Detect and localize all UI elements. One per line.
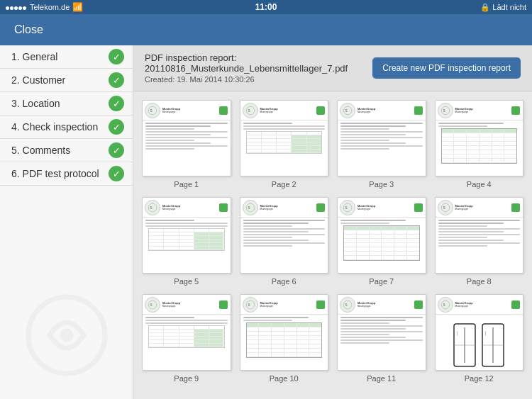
page-item[interactable]: S MusterGruppMustergruppe Page 7 [337, 197, 426, 286]
thumb-logo-text: MusterGruppMustergruppe [162, 302, 180, 308]
svg-text:S: S [248, 109, 250, 113]
svg-text:│: │ [456, 331, 458, 336]
page-item[interactable]: S MusterGruppMustergruppe Page 3 [337, 100, 426, 189]
sidebar-items: 1. General ✓ 2. Customer ✓ 3. Location ✓… [0, 45, 133, 186]
page-item[interactable]: S MusterGruppMustergruppe Page 2 [240, 100, 329, 189]
thumb-logo: S [145, 103, 160, 118]
thumb-logo-text: MusterGruppMustergruppe [162, 108, 180, 113]
thumb-logo-text: MusterGruppMustergruppe [260, 302, 278, 308]
thumb-green-icon [511, 203, 520, 212]
thumb-logo-text: MusterGruppMustergruppe [162, 205, 180, 210]
page-thumbnail[interactable]: S MusterGruppMustergruppe [142, 100, 231, 176]
svg-text:S: S [345, 303, 348, 307]
svg-text:S: S [150, 206, 153, 210]
svg-point-9 [148, 203, 157, 212]
svg-point-21 [343, 300, 352, 309]
svg-text:S: S [443, 303, 445, 307]
check-icon: ✓ [109, 166, 124, 181]
svg-point-13 [343, 203, 352, 212]
page-thumbnail[interactable]: S MusterGruppMustergruppe [240, 100, 329, 176]
page-thumbnail[interactable]: S MusterGruppMustergruppe │ │ [435, 294, 524, 371]
page-item[interactable]: S MusterGruppMustergruppe Page 9 [142, 294, 231, 383]
close-button[interactable]: Close [9, 21, 49, 39]
page-label: Page 6 [272, 277, 297, 286]
page-label: Page 10 [270, 374, 299, 383]
page-label: Page 4 [467, 180, 492, 189]
check-icon: ✓ [109, 142, 124, 158]
sidebar-item-customer[interactable]: 2. Customer ✓ [0, 69, 133, 92]
thumb-logo: S [243, 297, 258, 313]
battery-label: Lädt nicht [492, 3, 526, 11]
thumb-logo-text: MusterGruppMustergruppe [260, 108, 278, 113]
status-right: 🔒 Lädt nicht [480, 3, 526, 12]
svg-text:S: S [248, 303, 250, 307]
signal-dots [6, 3, 27, 11]
status-time: 11:00 [255, 2, 277, 12]
svg-text:│: │ [484, 331, 487, 336]
svg-point-0 [60, 328, 73, 342]
page-label: Page 12 [465, 374, 494, 383]
page-thumbnail[interactable]: S MusterGruppMustergruppe [435, 100, 524, 176]
thumb-logo-text: MusterGruppMustergruppe [260, 205, 278, 210]
thumb-green-icon [511, 106, 520, 115]
status-left: Telekom.de 📶 [6, 2, 83, 12]
page-thumbnail[interactable]: S MusterGruppMustergruppe [337, 294, 426, 371]
sidebar: 1. General ✓ 2. Customer ✓ 3. Location ✓… [0, 45, 133, 399]
svg-text:S: S [248, 206, 250, 210]
thumb-logo: S [438, 200, 453, 215]
page-item[interactable]: S MusterGruppMustergruppe Page 1 [142, 100, 231, 189]
svg-text:S: S [443, 206, 445, 210]
page-label: Page 1 [174, 180, 199, 189]
sidebar-item-label: 1. General [11, 51, 109, 62]
svg-point-23 [441, 300, 450, 309]
page-item[interactable]: S MusterGruppMustergruppe Page 11 [337, 294, 426, 383]
sidebar-item-comments[interactable]: 5. Comments ✓ [0, 139, 133, 162]
report-date: Created: 19. Mai 2014 10:30:26 [145, 75, 361, 84]
sidebar-item-pdf-test-protocol[interactable]: 6. PDF test protocol ✓ [0, 162, 133, 186]
page-thumbnail[interactable]: S MusterGruppMustergruppe [240, 294, 329, 371]
sidebar-item-general[interactable]: 1. General ✓ [0, 45, 133, 69]
page-thumbnail[interactable]: S MusterGruppMustergruppe [337, 100, 426, 176]
sidebar-item-check-inspection[interactable]: 4. Check inspection ✓ [0, 116, 133, 139]
thumb-green-icon [316, 203, 325, 212]
page-thumbnail[interactable]: S MusterGruppMustergruppe [142, 197, 231, 274]
page-item[interactable]: S MusterGruppMustergruppe Page 10 [240, 294, 329, 383]
thumb-green-icon [511, 300, 520, 309]
svg-point-3 [246, 106, 255, 115]
thumb-logo: S [340, 103, 355, 118]
svg-point-7 [441, 106, 450, 115]
header-bar: Close [0, 14, 532, 45]
sidebar-item-location[interactable]: 3. Location ✓ [0, 92, 133, 116]
thumb-logo-text: MusterGruppMustergruppe [455, 205, 473, 210]
svg-point-15 [441, 203, 450, 212]
thumb-logo: S [243, 103, 258, 118]
page-item[interactable]: S MusterGruppMustergruppe │ │ Page 12 [435, 294, 524, 383]
svg-text:S: S [443, 109, 445, 113]
create-pdf-button[interactable]: Create new PDF inspection report [372, 57, 521, 79]
wifi-icon: 📶 [72, 2, 83, 12]
page-label: Page 9 [174, 374, 199, 383]
page-item[interactable]: S MusterGruppMustergruppe Page 4 [435, 100, 524, 189]
content-area[interactable]: PDF inspection report: 20110816_Musterku… [133, 45, 532, 399]
page-thumbnail[interactable]: S MusterGruppMustergruppe [435, 197, 524, 274]
page-item[interactable]: S MusterGruppMustergruppe Page 8 [435, 197, 524, 286]
thumb-green-icon [316, 106, 325, 115]
check-icon: ✓ [109, 96, 124, 111]
thumb-green-icon [219, 203, 228, 212]
check-icon: ✓ [109, 72, 124, 88]
page-thumbnail[interactable]: S MusterGruppMustergruppe [142, 294, 231, 371]
page-label: Page 8 [467, 277, 492, 286]
report-info: PDF inspection report: 20110816_Musterku… [145, 52, 361, 84]
page-thumbnail[interactable]: S MusterGruppMustergruppe [240, 197, 329, 274]
sidebar-item-label: 2. Customer [11, 74, 109, 86]
content-header: PDF inspection report: 20110816_Musterku… [133, 45, 532, 91]
page-item[interactable]: S MusterGruppMustergruppe Page 5 [142, 197, 231, 286]
thumb-logo-text: MusterGruppMustergruppe [358, 108, 375, 113]
thumb-green-icon [219, 300, 228, 309]
page-item[interactable]: S MusterGruppMustergruppe Page 6 [240, 197, 329, 286]
page-thumbnail[interactable]: S MusterGruppMustergruppe [337, 197, 426, 274]
thumb-green-icon [316, 300, 325, 309]
svg-text:S: S [150, 303, 153, 307]
svg-point-5 [343, 106, 352, 115]
svg-text:S: S [345, 109, 348, 113]
